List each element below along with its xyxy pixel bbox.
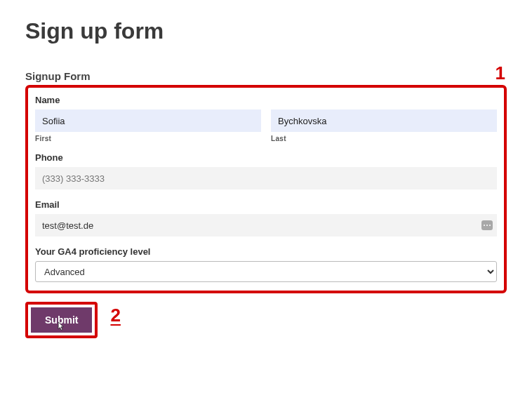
page-title: Sign up form	[25, 18, 507, 44]
first-name-sublabel: First	[35, 135, 261, 142]
email-label: Email	[35, 199, 497, 210]
name-label: Name	[35, 95, 497, 105]
phone-label: Phone	[35, 152, 497, 163]
email-field[interactable]	[35, 214, 497, 237]
form-container: Name First Last Phone Email Your GA4 pro…	[25, 85, 507, 293]
proficiency-level-select[interactable]: Advanced	[35, 261, 497, 282]
annotation-1: 1	[496, 64, 505, 82]
submit-button-label: Submit	[45, 314, 78, 326]
annotation-2: 2	[110, 306, 120, 324]
submit-annotation-frame: Submit	[25, 302, 98, 338]
phone-field[interactable]	[35, 167, 497, 189]
section-label: Signup Form	[25, 70, 91, 82]
autofill-suggestion-icon[interactable]	[481, 220, 493, 230]
submit-button[interactable]: Submit	[31, 307, 92, 333]
level-label: Your GA4 proficiency level	[35, 246, 497, 257]
last-name-sublabel: Last	[271, 135, 497, 142]
last-name-field[interactable]	[271, 109, 497, 132]
first-name-field[interactable]	[35, 109, 261, 132]
